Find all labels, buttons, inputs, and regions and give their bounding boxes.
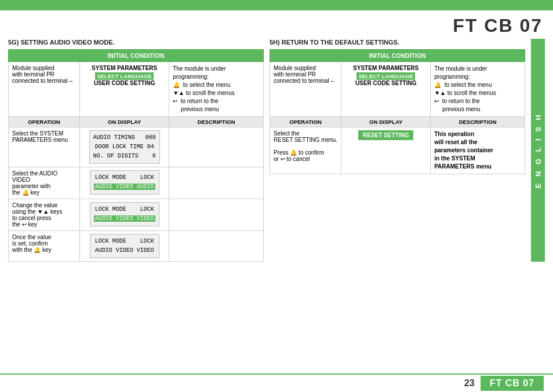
bottom-page-title: FT CB 07 [481,376,544,391]
left-row-2: Select the AUDIO VIDEOparameter withthe … [9,167,264,199]
right-row1-disp: RESET SETTING [341,127,431,174]
right-row1-op: Select theRESET SETTING menu.Press 🔔 to … [270,127,341,174]
left-sys-params: SYSTEM PARAMETERS SELECT LANGUAGE USER C… [80,62,169,117]
left-col-display: ON DISPLAY [80,117,169,127]
right-row1-desc: This operationwill reset all theparamete… [431,127,525,174]
right-sys-params: SYSTEM PARAMETERS SELECT LANGUAGE USER C… [341,62,431,117]
right-heading: 5H) RETURN TO THE DEFAULT SETTINGS. [270,39,525,46]
right-col-header-row: OPERATION ON DISPLAY DESCRIPTION [270,117,525,127]
right-initial-header: INITIAL CONDITION [270,50,525,62]
left-initial-data-row: Module suppliedwith terminal PRconnected… [9,62,264,117]
left-row-4: Once the valueis set, confirmwith the 🔔 … [9,231,264,262]
left-row1-desc [169,127,264,167]
right-initial-desc: The module is underprogramming: 🔔 to sel… [431,62,525,117]
sys-param-line3: USER CODE SETTING [94,80,155,86]
left-row-3: Change the valueusing the ▼▲ keysto canc… [9,199,264,231]
title-bar: FT CB 07 [0,10,553,39]
left-col-header-row: OPERATION ON DISPLAY DESCRIPTION [9,117,264,127]
left-row4-op: Once the valueis set, confirmwith the 🔔 … [9,231,80,262]
sys-param-line2: SELECT LANGUAGE [95,72,153,80]
right-sys-param-line3: USER CODE SETTING [355,80,417,86]
left-row-1: Select the SYSTEMPARAMETERS menu AUDIO T… [9,127,264,167]
left-heading: 5G) SETTING AUDIO VIDEO MODE. [8,39,264,46]
sys-param-line1: SYSTEM PARAMETERS [83,65,165,71]
left-row1-op: Select the SYSTEMPARAMETERS menu [9,127,80,167]
right-initial-header-row: INITIAL CONDITION [270,50,525,62]
left-module-text: Module suppliedwith terminal PRconnected… [9,62,80,117]
english-sidebar: E N G L I S H [531,39,545,262]
left-section: 5G) SETTING AUDIO VIDEO MODE. INITIAL CO… [8,39,264,262]
left-row3-op: Change the valueusing the ▼▲ keysto canc… [9,199,80,231]
left-initial-desc: The module is underprogramming: 🔔 to sel… [169,62,264,117]
top-header-bar [0,0,553,10]
right-sys-param-line1: SYSTEM PARAMETERS [345,65,427,71]
right-table: INITIAL CONDITION Module suppliedwith te… [270,49,525,174]
bottom-bar: 23 FT CB 07 [0,373,553,392]
left-initial-header: INITIAL CONDITION [9,50,264,62]
left-row4-desc [169,231,264,262]
right-sys-param-line2: SELECT LANGUAGE [356,72,414,80]
left-row2-disp: LOCK MODE LOCKAUDIO VIDEO AUDIO [80,167,169,199]
right-section: 5H) RETURN TO THE DEFAULT SETTINGS. INIT… [270,39,525,262]
left-row1-disp: AUDIO TIMING 060DOOR LOCK TIME 04NO. OF … [80,127,169,167]
left-table: INITIAL CONDITION Module suppliedwith te… [8,49,264,262]
right-col-display: ON DISPLAY [341,117,431,127]
left-row4-disp: LOCK MODE LOCKAUDIO VIDEO VIDEO [80,231,169,262]
page-number: 23 [464,378,475,389]
right-col-operation: OPERATION [270,117,341,127]
reset-setting-label: RESET SETTING [358,130,413,140]
left-row2-op: Select the AUDIO VIDEOparameter withthe … [9,167,80,199]
right-col-description: DESCRIPTION [431,117,525,127]
left-row3-desc [169,199,264,231]
left-row3-disp: LOCK MODE LOCKAUDIO VIDEO VIDEO [80,199,169,231]
left-col-description: DESCRIPTION [169,117,264,127]
right-module-text: Module suppliedwith terminal PRconnected… [270,62,341,117]
right-row-1: Select theRESET SETTING menu.Press 🔔 to … [270,127,525,174]
right-initial-data-row: Module suppliedwith terminal PRconnected… [270,62,525,117]
left-row2-desc [169,167,264,199]
main-content: 5G) SETTING AUDIO VIDEO MODE. INITIAL CO… [0,39,553,262]
english-label: E N G L I S H [534,112,543,188]
left-initial-header-row: INITIAL CONDITION [9,50,264,62]
left-col-operation: OPERATION [9,117,80,127]
page-title: FT CB 07 [0,15,543,36]
